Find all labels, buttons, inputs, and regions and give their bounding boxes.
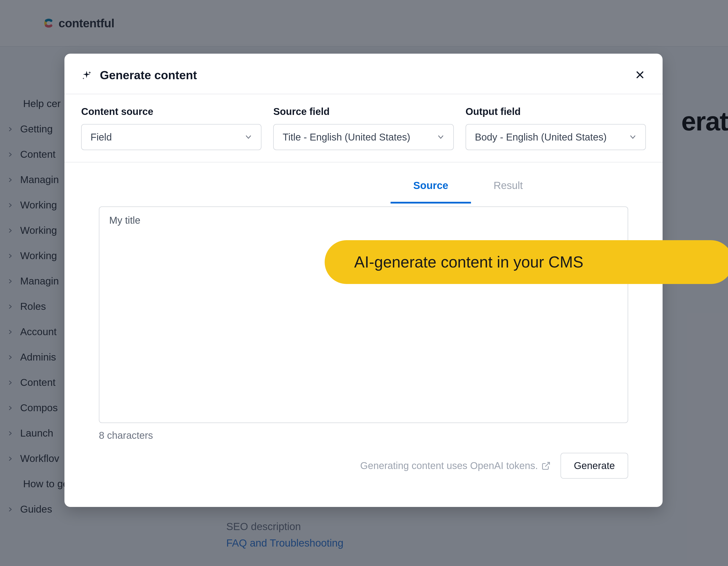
select-value: Title - English (United States) xyxy=(283,132,410,143)
callout-text: AI-generate content in your CMS xyxy=(354,253,583,271)
close-button[interactable] xyxy=(634,69,646,81)
sparkle-icon xyxy=(81,70,92,81)
tab-result[interactable]: Result xyxy=(471,169,546,203)
chevron-down-icon xyxy=(629,133,637,141)
chevron-down-icon xyxy=(437,133,444,141)
svg-line-2 xyxy=(545,462,549,466)
modal-footer: Generating content uses OpenAI tokens. G… xyxy=(64,441,663,490)
modal-header: Generate content xyxy=(64,54,663,94)
form-row: Content source Field Source field Title … xyxy=(64,94,663,162)
content-source-group: Content source Field xyxy=(81,106,261,150)
character-count: 8 characters xyxy=(99,430,628,441)
source-field-select[interactable]: Title - English (United States) xyxy=(273,124,454,150)
output-field-select[interactable]: Body - English (United States) xyxy=(466,124,646,150)
modal-title: Generate content xyxy=(100,68,197,82)
source-textarea[interactable] xyxy=(99,206,628,423)
content-source-select[interactable]: Field xyxy=(81,124,261,150)
select-value: Field xyxy=(91,132,112,143)
modal-title-group: Generate content xyxy=(81,68,197,82)
content-source-label: Content source xyxy=(81,106,261,117)
openai-token-note[interactable]: Generating content uses OpenAI tokens. xyxy=(360,460,551,471)
source-field-label: Source field xyxy=(273,106,454,117)
marketing-callout: AI-generate content in your CMS xyxy=(325,240,696,284)
tab-bar: Source Result xyxy=(273,162,663,203)
select-value: Body - English (United States) xyxy=(475,132,607,143)
generate-button[interactable]: Generate xyxy=(561,453,628,479)
output-field-label: Output field xyxy=(466,106,646,117)
output-field-group: Output field Body - English (United Stat… xyxy=(466,106,646,150)
close-icon xyxy=(635,70,645,81)
external-link-icon xyxy=(541,461,551,471)
chevron-down-icon xyxy=(245,133,252,141)
source-field-group: Source field Title - English (United Sta… xyxy=(273,106,454,150)
footer-note-text: Generating content uses OpenAI tokens. xyxy=(360,460,538,471)
tab-source[interactable]: Source xyxy=(391,169,471,203)
